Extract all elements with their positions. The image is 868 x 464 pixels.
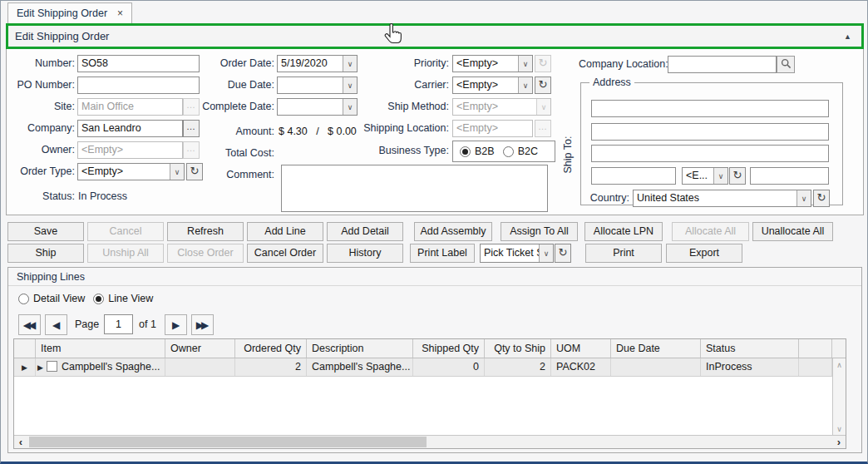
- col-header-due-date[interactable]: Due Date: [611, 339, 701, 358]
- col-header-status[interactable]: Status: [701, 339, 799, 358]
- uom-cell[interactable]: PACK02: [551, 358, 611, 376]
- row-expand-icon[interactable]: ▶: [37, 363, 43, 372]
- prev-page-icon: ◀: [52, 319, 60, 331]
- chevron-down-icon[interactable]: ∨: [518, 77, 532, 93]
- country-refresh-button[interactable]: ↻: [813, 190, 830, 207]
- page-label: Page: [75, 314, 99, 335]
- table-row[interactable]: ▶ ▶Campbell's Spaghe... 2 Campbell's Spa…: [14, 358, 846, 377]
- scroll-up-icon[interactable]: ∧: [833, 358, 846, 371]
- last-page-icon: ▶▶: [196, 319, 209, 331]
- collapse-arrow-icon[interactable]: ▲: [844, 32, 861, 41]
- radio-b2c-icon[interactable]: [503, 146, 514, 157]
- col-header-item[interactable]: Item: [36, 339, 165, 358]
- ship-button[interactable]: Ship: [7, 244, 84, 263]
- tab-close-icon[interactable]: ×: [117, 7, 123, 19]
- scroll-down-icon[interactable]: ∨: [833, 422, 846, 435]
- city-input[interactable]: [591, 167, 676, 185]
- first-page-button[interactable]: ◀◀: [18, 314, 41, 335]
- print-button[interactable]: Print: [585, 244, 662, 263]
- chevron-down-icon[interactable]: ∨: [539, 244, 553, 262]
- company-input[interactable]: San Leandro: [77, 120, 183, 137]
- panel-title: Edit Shipping Order: [8, 30, 109, 42]
- radio-detail-view[interactable]: Detail View: [18, 293, 85, 304]
- history-button[interactable]: History: [327, 244, 403, 263]
- due-date-cell[interactable]: [611, 358, 701, 376]
- panel-header[interactable]: Edit Shipping Order ▲: [6, 23, 864, 49]
- add-detail-button[interactable]: Add Detail: [327, 222, 403, 241]
- company-label: Company:: [7, 120, 75, 137]
- chevron-down-icon[interactable]: ∨: [518, 56, 532, 72]
- priority-combo[interactable]: <Empty> ∨: [452, 55, 533, 72]
- carrier-refresh-button[interactable]: ↻: [535, 77, 551, 94]
- col-header-qty-to-ship[interactable]: Qty to Ship: [485, 339, 551, 358]
- chevron-down-icon[interactable]: ∨: [796, 190, 811, 206]
- company-location-search-button[interactable]: [777, 56, 795, 73]
- state-refresh-button[interactable]: ↻: [729, 167, 746, 185]
- address-line1-input[interactable]: [591, 100, 829, 117]
- refresh-button[interactable]: Refresh: [167, 222, 244, 241]
- next-page-icon: ▶: [172, 319, 180, 331]
- comment-textarea[interactable]: [281, 165, 548, 212]
- row-marker-icon[interactable]: ▶: [14, 358, 36, 376]
- amount-label: Amount:: [173, 123, 274, 141]
- company-location-label: Company Location:: [579, 56, 665, 73]
- country-combo[interactable]: United States ∨: [633, 190, 811, 207]
- status-label: Status:: [7, 188, 75, 205]
- tab-title: Edit Shipping Order: [17, 7, 107, 19]
- cancel-order-button[interactable]: Cancel Order: [247, 244, 323, 263]
- ordered-qty-cell[interactable]: 2: [235, 358, 307, 376]
- description-cell[interactable]: Campbell's Spaghe...: [307, 358, 413, 376]
- pick-ticket-refresh-button[interactable]: ↻: [555, 244, 571, 263]
- last-page-button[interactable]: ▶▶: [191, 314, 214, 335]
- scroll-left-icon[interactable]: ‹: [14, 436, 27, 448]
- allocate-lpn-button[interactable]: Allocate LPN: [584, 222, 663, 241]
- unallocate-all-button[interactable]: Unallocate All: [752, 222, 833, 241]
- radio-b2b[interactable]: B2B: [460, 146, 495, 157]
- qty-to-ship-cell[interactable]: 2: [485, 358, 551, 376]
- order-form-panel: Number: SO58 PO Number: Site: Main Offic…: [6, 49, 864, 215]
- shipped-qty-cell[interactable]: 0: [413, 358, 485, 376]
- business-type-group: B2B B2C: [452, 141, 555, 162]
- add-line-button[interactable]: Add Line: [247, 222, 323, 241]
- add-assembly-button[interactable]: Add Assembly: [414, 222, 492, 241]
- row-checkbox[interactable]: [47, 361, 57, 372]
- col-header-owner[interactable]: Owner: [165, 339, 235, 358]
- state-combo[interactable]: <E... ∨: [682, 167, 728, 185]
- order-type-combo[interactable]: <Empty> ∨: [77, 163, 185, 180]
- radio-detail-view-icon[interactable]: [18, 294, 29, 304]
- chevron-down-icon[interactable]: ∨: [713, 168, 727, 184]
- col-header-ordered-qty[interactable]: Ordered Qty: [235, 339, 307, 358]
- col-header-description[interactable]: Description: [307, 339, 413, 358]
- scroll-right-icon[interactable]: ›: [832, 436, 846, 448]
- col-header-shipped-qty[interactable]: Shipped Qty: [413, 339, 485, 358]
- pick-ticket-combo[interactable]: Pick Ticket Sh... ∨: [480, 244, 554, 263]
- country-label: Country:: [589, 190, 629, 207]
- radio-line-view-icon[interactable]: [93, 294, 104, 304]
- site-label: Site:: [7, 98, 75, 116]
- scrollbar-thumb[interactable]: [29, 437, 427, 447]
- radio-b2b-icon[interactable]: [460, 146, 471, 157]
- horizontal-scrollbar[interactable]: ‹ ›: [14, 435, 846, 448]
- export-button[interactable]: Export: [666, 244, 742, 263]
- status-value: In Process: [78, 188, 127, 205]
- carrier-combo[interactable]: <Empty> ∨: [452, 77, 533, 94]
- owner-cell[interactable]: [165, 358, 235, 376]
- next-page-button[interactable]: ▶: [165, 314, 187, 335]
- zip-input[interactable]: [750, 167, 829, 185]
- address-line3-input[interactable]: [591, 145, 829, 162]
- page-number-input[interactable]: [104, 314, 133, 334]
- save-button[interactable]: Save: [7, 222, 84, 241]
- item-cell[interactable]: ▶Campbell's Spaghe...: [36, 358, 165, 376]
- prev-page-button[interactable]: ◀: [45, 314, 67, 335]
- status-cell[interactable]: InProcess: [701, 358, 799, 376]
- radio-line-view[interactable]: Line View: [93, 293, 153, 304]
- company-location-input[interactable]: [668, 56, 777, 73]
- radio-b2c[interactable]: B2C: [503, 146, 538, 157]
- vertical-scrollbar[interactable]: ∧ ∨: [832, 358, 846, 435]
- col-header-uom[interactable]: UOM: [551, 339, 611, 358]
- print-label-button[interactable]: Print Label: [410, 244, 475, 263]
- assign-to-all-button[interactable]: Assign To All: [501, 222, 578, 241]
- tab-edit-shipping-order[interactable]: Edit Shipping Order ×: [7, 2, 132, 23]
- owner-input: <Empty>: [77, 141, 183, 159]
- address-line2-input[interactable]: [591, 123, 829, 141]
